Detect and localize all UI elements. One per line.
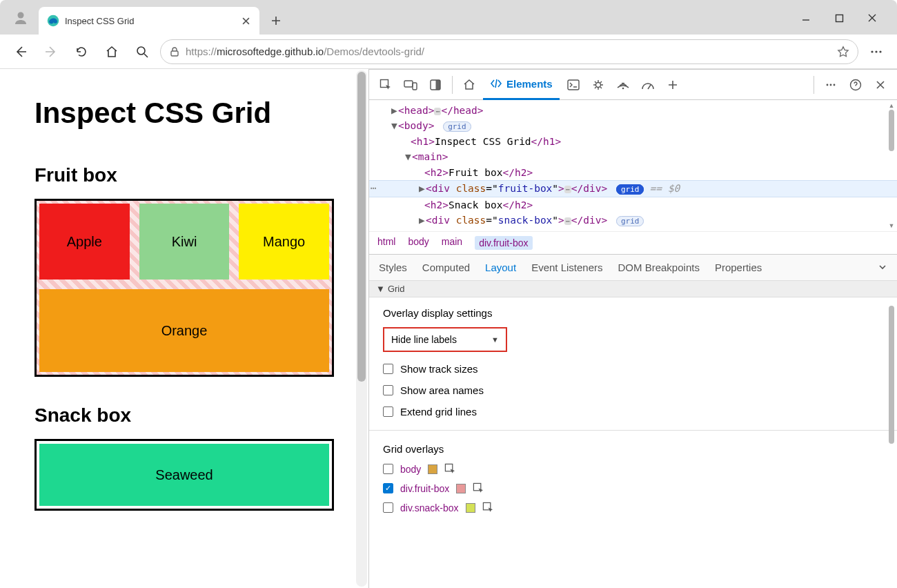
page-scrollbar[interactable]: [356, 70, 367, 587]
svg-point-17: [830, 84, 832, 86]
overlay-selector: div.snack-box: [400, 502, 459, 513]
sources-tab-icon[interactable]: [587, 74, 609, 96]
snack-heading: Snack box: [34, 404, 334, 427]
dom-scrollbar[interactable]: ▲▼: [887, 101, 896, 230]
profile-icon[interactable]: [11, 8, 30, 28]
fruit-box-grid: Apple Kiwi Mango Orange: [34, 199, 334, 377]
svg-rect-13: [568, 80, 579, 90]
crumb-main[interactable]: main: [442, 236, 462, 250]
chevron-down-icon: ▼: [491, 335, 499, 344]
check-extend-lines[interactable]: Extend grid lines: [383, 406, 883, 418]
svg-point-18: [834, 84, 836, 86]
svg-rect-10: [413, 83, 417, 90]
browser-titlebar: Inspect CSS Grid: [0, 0, 897, 35]
styles-subtabs: Styles Computed Layout Event Listeners D…: [369, 255, 897, 281]
overlay-settings-title: Overlay display settings: [383, 307, 883, 319]
tab-elements[interactable]: Elements: [483, 70, 560, 100]
line-labels-select[interactable]: Hide line labels ▼: [383, 327, 507, 352]
url-text: https://microsoftedge.github.io/Demos/de…: [186, 46, 831, 57]
overlay-checkbox[interactable]: ✓: [383, 483, 393, 493]
browser-toolbar: https://microsoftedge.github.io/Demos/de…: [0, 35, 897, 69]
color-swatch[interactable]: [456, 484, 466, 493]
settings-menu-icon[interactable]: [864, 39, 889, 64]
address-bar[interactable]: https://microsoftedge.github.io/Demos/de…: [160, 39, 858, 64]
svg-point-14: [595, 82, 600, 87]
cell-seaweed: Seaweed: [39, 444, 329, 506]
overlay-row[interactable]: body: [383, 463, 883, 476]
home-button[interactable]: [99, 39, 124, 64]
tab-close-icon[interactable]: [240, 15, 251, 26]
grid-section-header[interactable]: ▼Grid: [369, 281, 897, 297]
close-devtools-icon[interactable]: [869, 74, 891, 96]
overlay-row[interactable]: div.snack-box: [383, 502, 883, 514]
page-title: Inspect CSS Grid: [34, 97, 334, 130]
devtools-menu-icon[interactable]: [820, 74, 842, 96]
subtab-event-listeners[interactable]: Event Listeners: [531, 262, 602, 273]
favorite-icon[interactable]: [837, 46, 849, 58]
dom-breadcrumb[interactable]: html body main div.fruit-box: [369, 231, 897, 255]
inspect-element-icon[interactable]: [375, 74, 397, 96]
svg-rect-12: [436, 80, 441, 90]
subtab-properties[interactable]: Properties: [715, 262, 762, 273]
element-highlight-icon[interactable]: [473, 482, 485, 495]
new-tab-button[interactable]: [265, 10, 287, 32]
fruit-heading: Fruit box: [34, 164, 334, 186]
refresh-button[interactable]: [69, 39, 94, 64]
lock-icon: [169, 46, 180, 57]
subtab-computed[interactable]: Computed: [422, 262, 470, 273]
element-highlight-icon[interactable]: [482, 502, 495, 514]
color-swatch[interactable]: [466, 503, 475, 513]
svg-point-3: [137, 47, 145, 55]
svg-point-15: [622, 87, 624, 89]
overlay-row[interactable]: ✓ div.fruit-box: [383, 482, 883, 495]
browser-tab[interactable]: Inspect CSS Grid: [39, 7, 259, 35]
devtools-panel: Elements ▶<head>⋯</head> ▼<body> grid <h…: [369, 69, 897, 588]
back-button[interactable]: [8, 39, 33, 64]
network-tab-icon[interactable]: [612, 74, 634, 96]
dock-side-icon[interactable]: [424, 74, 446, 96]
welcome-tab-icon[interactable]: [458, 74, 480, 96]
page-viewport: Inspect CSS Grid Fruit box Apple Kiwi Ma…: [0, 69, 369, 588]
grid-overlays-title: Grid overlays: [383, 443, 883, 455]
check-track-sizes[interactable]: Show track sizes: [383, 363, 883, 375]
cell-mango: Mango: [239, 204, 329, 280]
tab-title: Inspect CSS Grid: [65, 16, 235, 26]
svg-point-16: [827, 84, 829, 86]
svg-rect-9: [404, 81, 413, 87]
more-tabs-icon[interactable]: [662, 74, 684, 96]
snack-box-grid: Seaweed: [34, 439, 334, 511]
crumb-body[interactable]: body: [408, 236, 428, 250]
subtab-expand-icon[interactable]: [878, 262, 887, 272]
overlay-selector: div.fruit-box: [400, 483, 449, 494]
color-swatch[interactable]: [428, 464, 437, 474]
element-highlight-icon[interactable]: [444, 463, 457, 476]
search-icon[interactable]: [130, 39, 155, 64]
svg-point-6: [875, 50, 877, 52]
subtab-styles[interactable]: Styles: [379, 262, 407, 273]
layout-scrollbar[interactable]: [887, 299, 896, 587]
subtab-layout[interactable]: Layout: [485, 262, 516, 273]
svg-point-5: [871, 50, 873, 52]
console-tab-icon[interactable]: [562, 74, 584, 96]
overlay-checkbox[interactable]: [383, 502, 393, 513]
overlay-checkbox[interactable]: [383, 464, 393, 474]
close-window-button[interactable]: [864, 10, 880, 26]
forward-button[interactable]: [39, 39, 63, 64]
crumb-fruit-box[interactable]: div.fruit-box: [475, 236, 532, 250]
help-icon[interactable]: [845, 74, 867, 96]
minimize-button[interactable]: [798, 10, 814, 26]
overlay-selector: body: [400, 464, 421, 475]
devtools-toolbar: Elements: [369, 70, 897, 100]
window-controls: [798, 10, 891, 35]
cell-orange: Orange: [39, 289, 329, 372]
subtab-dom-breakpoints[interactable]: DOM Breakpoints: [618, 262, 700, 273]
svg-rect-2: [836, 14, 842, 21]
edge-favicon-icon: [47, 14, 59, 27]
dom-tree[interactable]: ▶<head>⋯</head> ▼<body> grid <h1>Inspect…: [369, 100, 897, 231]
performance-tab-icon[interactable]: [637, 74, 659, 96]
device-toggle-icon[interactable]: [400, 74, 422, 96]
check-area-names[interactable]: Show area names: [383, 384, 883, 396]
crumb-html[interactable]: html: [377, 236, 395, 250]
layout-panel: Overlay display settings Hide line label…: [369, 297, 897, 546]
maximize-button[interactable]: [831, 10, 847, 26]
